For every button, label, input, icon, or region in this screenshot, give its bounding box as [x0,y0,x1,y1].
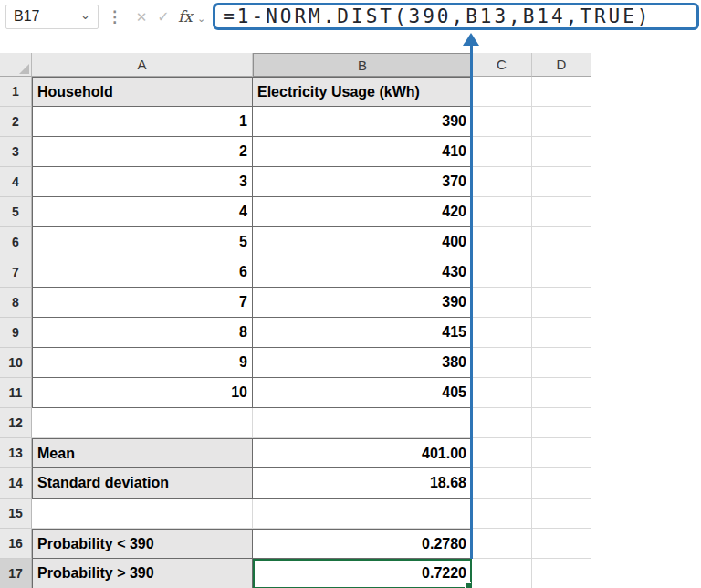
cell-B14[interactable]: 18.68 [253,468,472,499]
cell-A5[interactable]: 4 [32,197,253,227]
row-header-14[interactable]: 14 [0,468,32,499]
column-header-A[interactable]: A [32,53,253,77]
cell-C8[interactable] [472,288,532,318]
cell-C14[interactable] [472,468,532,499]
cell-A14[interactable]: Standard deviation [32,468,253,499]
cell-D4[interactable] [532,167,591,197]
insert-function-icon[interactable]: fx [174,5,196,29]
row-header-1[interactable]: 1 [0,77,32,107]
row-header-7[interactable]: 7 [0,257,32,288]
cell-D1[interactable] [532,77,591,107]
cell-B8[interactable]: 390 [253,288,472,318]
cell-B17[interactable]: 0.7220 [253,559,472,588]
cell-C6[interactable] [472,227,532,257]
cell-B1[interactable]: Electricity Usage (kWh) [253,77,472,107]
cell-C7[interactable] [472,257,532,288]
cell-D8[interactable] [532,288,591,318]
cell-D5[interactable] [532,197,591,227]
cell-B3[interactable]: 410 [253,137,472,167]
cell-C10[interactable] [472,348,532,378]
cell-D9[interactable] [532,318,591,348]
row-header-13[interactable]: 13 [0,438,32,468]
cell-A15[interactable] [32,499,253,529]
cell-A4[interactable]: 3 [32,167,253,197]
cell-C3[interactable] [472,137,532,167]
chevron-down-icon[interactable]: ⌄ [80,9,90,21]
cell-A10[interactable]: 9 [32,348,253,378]
cell-B6[interactable]: 400 [253,227,472,257]
cell-C11[interactable] [472,378,532,408]
row-header-3[interactable]: 3 [0,137,32,167]
formula-bar-drag-handle-icon: ⋮ [107,7,122,26]
column-header-C[interactable]: C [472,53,532,77]
cell-A6[interactable]: 5 [32,227,253,257]
row-header-16[interactable]: 16 [0,529,32,559]
cell-D2[interactable] [532,107,591,137]
cell-A7[interactable]: 6 [32,257,253,288]
cell-A3[interactable]: 2 [32,137,253,167]
cell-A2[interactable]: 1 [32,107,253,137]
cell-D3[interactable] [532,137,591,167]
cell-A1[interactable]: Household [32,77,253,107]
cell-C17[interactable] [472,559,532,588]
cell-D15[interactable] [532,499,591,529]
cell-A16[interactable]: Probability < 390 [32,529,253,559]
name-box[interactable]: B17 ⌄ [5,5,99,29]
cell-C12[interactable] [472,408,532,438]
cell-D12[interactable] [532,408,591,438]
cell-A11[interactable]: 10 [32,378,253,408]
column-header-B[interactable]: B [253,53,472,77]
cell-C4[interactable] [472,167,532,197]
cell-A8[interactable]: 7 [32,288,253,318]
select-all-corner[interactable] [0,53,32,77]
cell-D16[interactable] [532,529,591,559]
cell-D17[interactable] [532,559,591,588]
row-header-5[interactable]: 5 [0,197,32,227]
cell-B13[interactable]: 401.00 [253,438,472,468]
cell-A13[interactable]: Mean [32,438,253,468]
cell-B12[interactable] [253,408,472,438]
cell-C2[interactable] [472,107,532,137]
cell-B15[interactable] [253,499,472,529]
cell-C13[interactable] [472,438,532,468]
cell-C9[interactable] [472,318,532,348]
cancel-icon[interactable]: ✕ [131,5,152,29]
cell-B16[interactable]: 0.2780 [253,529,472,559]
row-header-2[interactable]: 2 [0,107,32,137]
cell-B5[interactable]: 420 [253,197,472,227]
row-header-9[interactable]: 9 [0,318,32,348]
cell-A9[interactable]: 8 [32,318,253,348]
cell-D11[interactable] [532,378,591,408]
row-header-12[interactable]: 12 [0,408,32,438]
row-header-4[interactable]: 4 [0,167,32,197]
cell-B10[interactable]: 380 [253,348,472,378]
cell-D6[interactable] [532,227,591,257]
cell-B11[interactable]: 405 [253,378,472,408]
cell-D7[interactable] [532,257,591,288]
row-header-17[interactable]: 17 [0,559,32,588]
cell-D10[interactable] [532,348,591,378]
cell-A12[interactable] [32,408,253,438]
cell-C15[interactable] [472,499,532,529]
column-header-D[interactable]: D [532,53,591,77]
row-header-15[interactable]: 15 [0,499,32,529]
row-header-6[interactable]: 6 [0,227,32,257]
cell-D13[interactable] [532,438,591,468]
row-header-10[interactable]: 10 [0,348,32,378]
row-header-11[interactable]: 11 [0,378,32,408]
select-all-triangle-icon [19,64,29,74]
cell-D14[interactable] [532,468,591,499]
sheet-row-5: 54420 [0,197,701,227]
cell-C16[interactable] [472,529,532,559]
cell-B2[interactable]: 390 [253,107,472,137]
enter-icon[interactable]: ✓ [152,5,174,29]
cell-A17[interactable]: Probability > 390 [32,559,253,588]
row-header-8[interactable]: 8 [0,288,32,318]
cell-B4[interactable]: 370 [253,167,472,197]
formula-input[interactable]: =1-NORM.DIST(390,B13,B14,TRUE) [213,3,699,30]
cell-C1[interactable] [472,77,532,107]
cell-B9[interactable]: 415 [253,318,472,348]
cell-C5[interactable] [472,197,532,227]
sheet-row-7: 76430 [0,257,701,288]
cell-B7[interactable]: 430 [253,257,472,288]
